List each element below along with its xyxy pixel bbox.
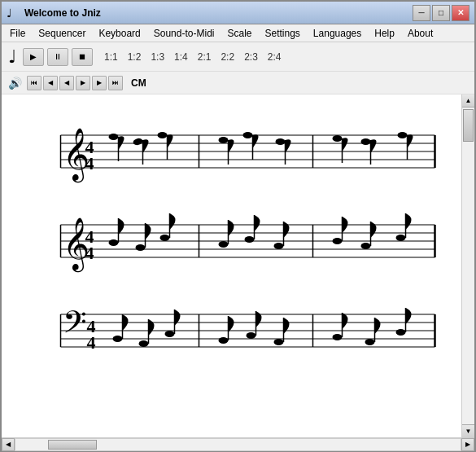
svg-point-44 — [136, 244, 146, 251]
pos-1-4: 1:4 — [174, 51, 188, 63]
menu-bar: File Sequencer Keyboard Sound-to-Midi Sc… — [2, 24, 474, 42]
maximize-button[interactable]: □ — [432, 5, 450, 21]
staff-1: 𝄞 4 4 — [18, 111, 445, 184]
vertical-scrollbar[interactable]: ▲ ▼ — [461, 94, 474, 437]
scroll-h-thumb[interactable] — [48, 440, 97, 450]
score-panel: 𝄞 4 4 — [2, 94, 474, 437]
staff-2: 𝄞 4 4 — [18, 200, 445, 274]
svg-point-82 — [274, 339, 284, 345]
nav-prev-beat-button[interactable]: ◀ — [59, 76, 74, 90]
nav-prev-measure-button[interactable]: ◀ — [43, 76, 58, 90]
volume-icon: 🔊 — [8, 77, 22, 90]
play-button[interactable]: ▶ — [23, 48, 44, 66]
svg-point-76 — [165, 331, 175, 337]
svg-text:4: 4 — [87, 332, 96, 353]
svg-point-50 — [245, 236, 255, 243]
pos-1-1: 1:1 — [104, 51, 118, 63]
svg-point-14 — [133, 138, 144, 147]
staff-2-svg: 𝄞 4 4 — [18, 200, 445, 274]
stop-button[interactable]: ⏹ — [72, 48, 93, 66]
pos-1-2: 1:2 — [128, 51, 142, 63]
svg-point-42 — [109, 239, 119, 246]
svg-point-56 — [361, 243, 371, 249]
scroll-h-track — [15, 438, 461, 451]
nav-first-button[interactable]: ⏮ — [27, 76, 41, 90]
menu-sound-to-midi[interactable]: Sound-to-Midi — [147, 26, 221, 41]
svg-point-58 — [396, 235, 406, 241]
pos-2-4: 2:4 — [268, 51, 282, 63]
scroll-thumb[interactable] — [463, 109, 474, 142]
position-display: 1:1 1:2 1:3 1:4 2:1 2:2 2:3 2:4 — [104, 51, 282, 63]
scroll-left-button[interactable]: ◀ — [2, 438, 15, 451]
scroll-track — [462, 108, 474, 424]
svg-point-80 — [247, 332, 256, 339]
svg-point-18 — [219, 137, 229, 143]
svg-point-12 — [109, 134, 119, 140]
pos-2-3: 2:3 — [244, 51, 258, 63]
menu-scale[interactable]: Scale — [221, 26, 258, 41]
navigation-toolbar: 🔊 ⏮ ◀ ◀ ▶ ▶ ⏭ CM — [2, 72, 474, 94]
svg-point-26 — [361, 138, 371, 145]
pos-1-3: 1:3 — [151, 51, 164, 63]
menu-help[interactable]: Help — [368, 26, 401, 41]
svg-point-48 — [219, 241, 229, 248]
staff-1-svg: 𝄞 4 4 — [18, 111, 445, 184]
pos-2-1: 2:1 — [198, 51, 212, 63]
menu-file[interactable]: File — [3, 26, 32, 41]
main-window: ♩ Welcome to Jniz ─ □ ✕ File Sequencer K… — [0, 0, 476, 452]
app-icon: ♩ — [7, 7, 20, 20]
close-button[interactable]: ✕ — [452, 5, 469, 21]
svg-point-86 — [365, 339, 375, 345]
svg-point-46 — [160, 235, 170, 241]
svg-point-88 — [396, 329, 406, 336]
svg-point-54 — [333, 238, 343, 244]
menu-keyboard[interactable]: Keyboard — [92, 26, 146, 41]
svg-point-78 — [219, 337, 229, 344]
title-bar: ♩ Welcome to Jniz ─ □ ✕ — [2, 2, 474, 24]
transport-toolbar: ♩ ▶ ⏸ ⏹ 1:1 1:2 1:3 1:4 2:1 2:2 2:3 2:4 — [2, 42, 474, 72]
svg-point-28 — [398, 132, 408, 138]
score-area[interactable]: 𝄞 4 4 — [2, 94, 461, 437]
menu-about[interactable]: About — [401, 26, 439, 41]
svg-point-84 — [333, 334, 343, 340]
staff-3-svg: 𝄢 4 4 — [18, 290, 445, 363]
minimize-button[interactable]: ─ — [413, 5, 430, 21]
nav-next-beat-button[interactable]: ▶ — [76, 76, 90, 90]
horizontal-scrollbar[interactable]: ◀ ▶ — [2, 437, 474, 450]
svg-text:4: 4 — [85, 243, 94, 263]
svg-point-52 — [274, 243, 284, 249]
svg-point-24 — [333, 135, 343, 142]
key-display: CM — [131, 77, 146, 89]
menu-sequencer[interactable]: Sequencer — [32, 26, 92, 41]
svg-point-74 — [139, 340, 149, 347]
pause-button[interactable]: ⏸ — [47, 48, 68, 66]
nav-last-button[interactable]: ⏭ — [108, 76, 123, 90]
scroll-up-button[interactable]: ▲ — [462, 94, 474, 108]
menu-languages[interactable]: Languages — [307, 26, 368, 41]
window-title: Welcome to Jniz — [24, 7, 413, 19]
svg-point-20 — [243, 132, 253, 138]
svg-point-22 — [276, 138, 286, 145]
note-icon: ♩ — [8, 46, 16, 68]
nav-next-measure-button[interactable]: ▶ — [92, 76, 107, 90]
scroll-down-button[interactable]: ▼ — [462, 424, 474, 437]
svg-text:4: 4 — [85, 153, 94, 173]
pos-2-2: 2:2 — [221, 51, 234, 63]
staff-3: 𝄢 4 4 — [18, 290, 445, 363]
menu-settings[interactable]: Settings — [259, 26, 307, 41]
window-controls: ─ □ ✕ — [413, 5, 469, 21]
svg-point-16 — [158, 132, 168, 138]
scroll-right-button[interactable]: ▶ — [461, 438, 474, 451]
svg-point-72 — [113, 336, 123, 342]
svg-text:𝄢: 𝄢 — [63, 305, 87, 347]
